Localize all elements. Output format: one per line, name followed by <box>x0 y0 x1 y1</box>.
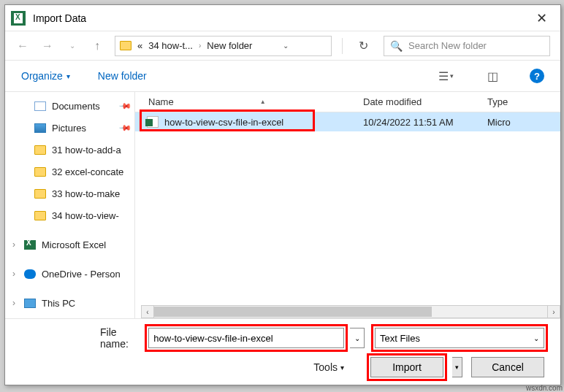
crumb-prefix: « <box>137 40 142 51</box>
sort-asc-icon: ▲ <box>260 99 266 105</box>
bottom-panel: File name: ⌄ Text Files ⌄ Tools ▾ Import <box>5 318 560 385</box>
preview-pane-icon: ◫ <box>487 69 498 83</box>
sidebar-item-label: 32 excel-concate <box>52 166 123 177</box>
sidebar-item-onedrive[interactable]: OneDrive - Person <box>5 263 134 285</box>
titlebar: Import Data ✕ <box>5 5 560 31</box>
folder-icon <box>34 189 46 199</box>
sidebar-item-folder-33[interactable]: 33 how-to-make <box>5 182 134 204</box>
chevron-down-icon: ▾ <box>66 72 70 80</box>
body: Documents📌 Pictures📌 31 how-to-add-a 32 … <box>5 91 560 318</box>
column-header-type[interactable]: Type <box>487 96 560 107</box>
search-icon: 🔍 <box>390 40 403 52</box>
file-date: 10/24/2022 11:51 AM <box>363 117 487 128</box>
tools-button[interactable]: Tools ▾ <box>313 361 344 373</box>
scroll-right-button[interactable]: › <box>547 305 560 318</box>
sidebar-item-label: 34 how-to-view- <box>52 210 119 221</box>
address-dropdown-icon[interactable]: ⌄ <box>280 42 291 50</box>
cancel-button[interactable]: Cancel <box>471 357 544 377</box>
chevron-down-icon: ▾ <box>340 364 344 372</box>
pc-icon <box>24 299 36 308</box>
preview-pane-button[interactable]: ◫ <box>483 68 502 84</box>
folder-icon <box>34 211 46 220</box>
import-dropdown-button[interactable]: ▾ <box>452 357 462 377</box>
up-button[interactable]: ↑ <box>90 39 104 53</box>
sidebar-item-label: OneDrive - Person <box>42 269 121 280</box>
refresh-button[interactable]: ↻ <box>353 36 373 56</box>
column-header-date[interactable]: Date modified <box>363 96 487 107</box>
crumb-2[interactable]: New folder <box>207 40 252 51</box>
excel-file-icon <box>147 116 159 128</box>
documents-icon <box>34 101 46 111</box>
sidebar-item-this-pc[interactable]: This PC <box>5 292 134 314</box>
sidebar-item-label: Documents <box>52 101 100 112</box>
nav-bar: ← → ⌄ ↑ « 34 how-t... › New folder ⌄ ↻ 🔍… <box>5 31 560 61</box>
filename-input[interactable] <box>148 328 344 348</box>
pin-icon: 📌 <box>118 120 132 134</box>
organize-button[interactable]: Organize ▾ <box>21 70 70 82</box>
search-input[interactable]: 🔍 Search New folder <box>384 36 550 56</box>
view-options-button[interactable]: ☰ ▾ <box>436 68 455 84</box>
close-button[interactable]: ✕ <box>529 7 555 29</box>
breadcrumb: « 34 how-t... › New folder <box>137 40 252 51</box>
filter-label: Text Files <box>380 333 420 344</box>
window-title: Import Data <box>33 12 86 24</box>
chevron-down-icon: ▾ <box>450 72 454 80</box>
import-data-dialog: Import Data ✕ ← → ⌄ ↑ « 34 how-t... › Ne… <box>4 4 561 385</box>
filename-dropdown-button[interactable]: ⌄ <box>350 328 365 348</box>
toolbar: Organize ▾ New folder ☰ ▾ ◫ ? <box>5 61 560 91</box>
new-folder-button[interactable]: New folder <box>98 70 147 82</box>
file-list: Name▲ Date modified Type how-to-view-csv… <box>135 92 560 318</box>
scroll-thumb[interactable] <box>154 307 432 317</box>
file-name: how-to-view-csv-file-in-excel <box>164 117 283 128</box>
file-type: Micro <box>487 117 560 128</box>
folder-icon <box>120 41 132 50</box>
file-type-filter[interactable]: Text Files ⌄ <box>375 328 544 348</box>
filename-label: File name: <box>100 326 142 350</box>
column-header-name[interactable]: Name▲ <box>135 96 363 107</box>
excel-icon <box>24 240 36 250</box>
sidebar-item-label: Pictures <box>52 123 86 134</box>
back-button[interactable]: ← <box>15 39 30 53</box>
pictures-icon <box>34 123 46 133</box>
onedrive-icon <box>24 269 36 279</box>
excel-icon <box>11 11 26 26</box>
help-button[interactable]: ? <box>530 69 544 83</box>
chevron-down-icon: ⌄ <box>533 334 539 342</box>
watermark: wsxdn.com <box>526 384 563 392</box>
sidebar-item-folder-34[interactable]: 34 how-to-view- <box>5 204 134 226</box>
pin-icon: 📌 <box>118 99 132 112</box>
import-button[interactable]: Import <box>370 357 443 377</box>
sidebar-item-pictures[interactable]: Pictures📌 <box>5 117 134 139</box>
list-header: Name▲ Date modified Type <box>135 92 560 112</box>
scroll-left-button[interactable]: ‹ <box>141 305 154 318</box>
sidebar-item-label: 33 how-to-make <box>52 188 120 199</box>
divider <box>342 38 343 54</box>
sidebar-item-folder-32[interactable]: 32 excel-concate <box>5 161 134 182</box>
search-placeholder: Search New folder <box>408 40 487 51</box>
chevron-right-icon[interactable]: › <box>199 42 201 50</box>
sidebar-item-label: This PC <box>42 298 75 309</box>
list-view-icon: ☰ <box>438 69 449 83</box>
sidebar-item-label: Microsoft Excel <box>42 239 106 250</box>
file-row[interactable]: how-to-view-csv-file-in-excel 10/24/2022… <box>135 112 560 131</box>
sidebar: Documents📌 Pictures📌 31 how-to-add-a 32 … <box>5 92 135 318</box>
sidebar-item-folder-31[interactable]: 31 how-to-add-a <box>5 139 134 161</box>
sidebar-item-excel[interactable]: Microsoft Excel <box>5 234 134 255</box>
recent-dropdown-icon[interactable]: ⌄ <box>65 39 80 53</box>
address-bar[interactable]: « 34 how-t... › New folder ⌄ <box>115 36 332 56</box>
horizontal-scrollbar[interactable]: ‹ › <box>141 305 560 318</box>
forward-button[interactable]: → <box>40 39 55 53</box>
crumb-1[interactable]: 34 how-t... <box>148 40 193 51</box>
folder-icon <box>34 145 46 155</box>
organize-label: Organize <box>21 70 63 82</box>
folder-icon <box>34 167 46 177</box>
sidebar-item-label: 31 how-to-add-a <box>52 145 121 155</box>
tools-label: Tools <box>313 361 338 373</box>
sidebar-item-documents[interactable]: Documents📌 <box>5 95 134 117</box>
scroll-track[interactable] <box>154 305 547 318</box>
